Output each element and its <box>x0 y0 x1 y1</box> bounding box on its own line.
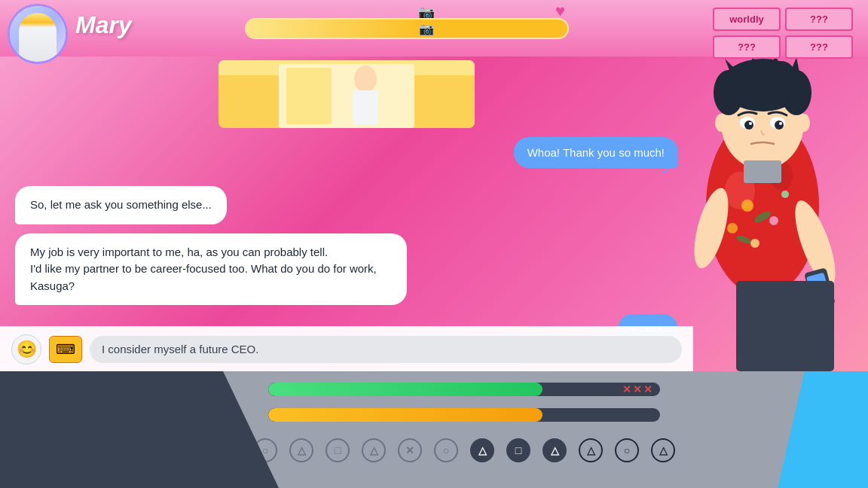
progress-track: 📷 <box>245 18 569 39</box>
svg-rect-38 <box>744 160 781 183</box>
svg-point-36 <box>715 114 727 132</box>
svg-point-35 <box>779 122 782 125</box>
ctrl-btn-triangle-4[interactable]: △ <box>542 438 567 462</box>
svg-point-33 <box>775 120 784 130</box>
ctrl-btn-square-2[interactable]: □ <box>506 438 530 462</box>
tag-3[interactable]: ??? <box>785 35 853 59</box>
svg-point-32 <box>744 120 753 130</box>
svg-point-10 <box>769 216 778 225</box>
tags-panel: worldly ??? ??? ??? <box>713 8 853 59</box>
tag-2[interactable]: ??? <box>713 35 781 59</box>
ctrl-btn-cross-1[interactable]: ✕ <box>398 438 422 462</box>
avatar-silhouette <box>19 13 57 62</box>
message-right-1: Whoa! Thank you so much! <box>514 137 678 168</box>
header: Mary ♥ 📷 📷 worldly ??? ??? ??? <box>0 0 868 56</box>
xp-bars: ✕✕✕ <box>268 383 660 431</box>
svg-rect-5 <box>353 90 378 124</box>
xp-bar-yellow-fill <box>268 408 542 422</box>
svg-point-11 <box>727 223 738 233</box>
controller-buttons-row: ○ △ □ △ ✕ ○ △ □ △ △ ○ △ <box>253 438 675 462</box>
ctrl-btn-triangle-3[interactable]: △ <box>470 438 494 462</box>
ctrl-btn-circle-3[interactable]: ○ <box>615 438 639 462</box>
progress-fill <box>246 20 423 38</box>
character-svg <box>657 55 868 371</box>
character-name: Mary <box>75 11 132 39</box>
ctrl-btn-triangle-1[interactable]: △ <box>289 438 313 462</box>
ctrl-btn-circle-2[interactable]: ○ <box>434 438 458 462</box>
tag-worldly[interactable]: worldly <box>713 8 781 31</box>
avatar-inner <box>10 6 66 62</box>
xp-bar-yellow-container <box>268 408 660 422</box>
character-right <box>657 55 868 371</box>
tag-1[interactable]: ??? <box>785 8 853 31</box>
message-group-right: Whoa! Thank you so much! ✓ <box>514 137 678 177</box>
xp-bar-green-container: ✕✕✕ <box>268 383 660 396</box>
svg-point-4 <box>354 66 377 93</box>
stats-bar: ♥ 📷 📷 <box>226 6 588 51</box>
preview-svg <box>219 60 475 128</box>
svg-rect-41 <box>736 281 834 371</box>
message-left-2: My job is very important to me, ha, as y… <box>15 233 407 306</box>
chat-image-preview <box>219 60 475 128</box>
xp-crosses: ✕✕✕ <box>622 383 654 395</box>
svg-point-12 <box>781 191 789 198</box>
svg-rect-3 <box>286 68 332 124</box>
message-input[interactable] <box>90 336 682 363</box>
svg-point-13 <box>750 239 760 248</box>
camera-icon-left: 📷 <box>419 22 434 36</box>
svg-point-9 <box>741 200 753 212</box>
svg-point-37 <box>798 114 810 132</box>
xp-bar-green-fill <box>268 383 542 396</box>
ctrl-btn-triangle-5[interactable]: △ <box>579 438 603 462</box>
input-bar: 😊 ⌨ <box>0 326 693 371</box>
message-left-1: So, let me ask you something else... <box>15 186 227 224</box>
chat-area: Whoa! Thank you so much! ✓ So, let me as… <box>0 56 693 371</box>
ctrl-btn-triangle-2[interactable]: △ <box>362 438 386 462</box>
keyboard-button[interactable]: ⌨ <box>49 336 82 363</box>
avatar <box>8 4 68 64</box>
ctrl-btn-triangle-6[interactable]: △ <box>651 438 675 462</box>
svg-point-34 <box>749 122 752 125</box>
emoji-button[interactable]: 😊 <box>11 334 41 364</box>
ctrl-btn-square-1[interactable]: □ <box>326 438 350 462</box>
